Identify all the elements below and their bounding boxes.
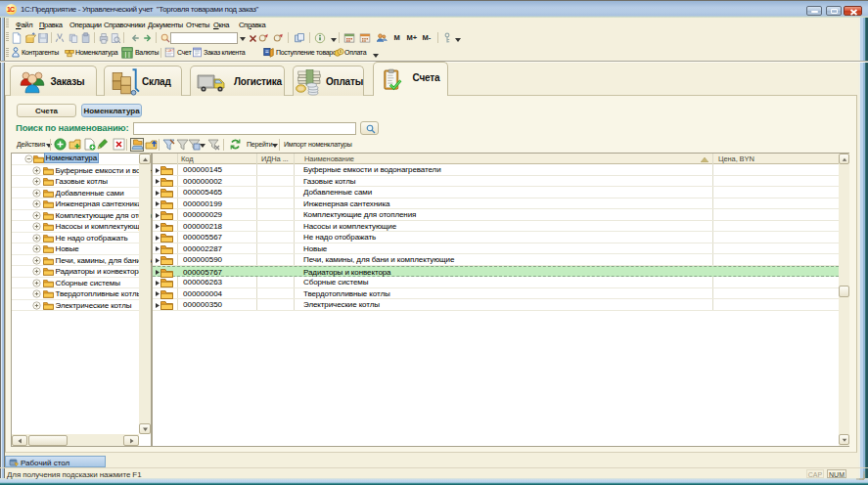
svg-text:СЧЕТ: СЧЕТ	[166, 49, 174, 53]
